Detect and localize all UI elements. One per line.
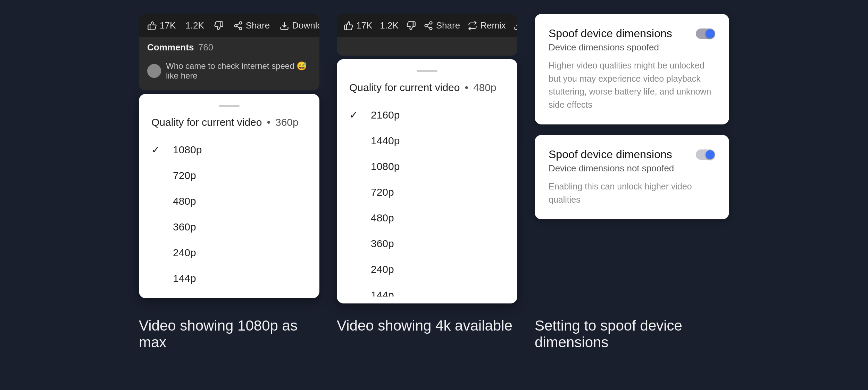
quality-label-720p: 720p bbox=[173, 170, 196, 181]
svg-point-5 bbox=[429, 22, 432, 24]
quality-label-480p: 480p bbox=[173, 195, 196, 207]
like-button[interactable]: 17K bbox=[147, 20, 176, 31]
comment-text: Who came to check internet speed 😅 like … bbox=[166, 61, 311, 81]
quality-card-2: Quality for current video • 480p ✓ 2160p… bbox=[337, 59, 517, 303]
toggle-knob-bottom bbox=[706, 150, 715, 159]
thumbs-up-icon-2 bbox=[344, 21, 353, 31]
quality-current-1: 360p bbox=[275, 116, 299, 128]
quality-dot-1: • bbox=[267, 116, 270, 128]
caption-2: Video showing 4k available bbox=[337, 317, 517, 351]
dislike-count-2: 1.2K bbox=[380, 20, 399, 31]
quality-options-1: ✓ 1080p 720p 480p 360p 240p bbox=[139, 137, 319, 291]
download-button[interactable]: Download bbox=[279, 20, 319, 31]
comments-count: 760 bbox=[198, 42, 213, 52]
quality-header-1: Quality for current video • 360p bbox=[139, 116, 319, 128]
spoof-card-top: Spoof device dimensions Device dimension… bbox=[535, 14, 729, 124]
svg-point-2 bbox=[239, 27, 242, 30]
download-button-2[interactable] bbox=[514, 21, 517, 31]
quality-option-360p[interactable]: 360p bbox=[139, 214, 319, 240]
check-icon-1: ✓ bbox=[151, 144, 162, 156]
svg-point-1 bbox=[234, 24, 237, 27]
share-button[interactable]: Share bbox=[233, 20, 270, 31]
thumbs-down-icon-2 bbox=[406, 21, 416, 31]
quality-option-480p[interactable]: 480p bbox=[139, 188, 319, 214]
spoof-description-top: Higher video qualities might be unlocked… bbox=[549, 59, 715, 111]
drag-handle-1 bbox=[219, 105, 240, 107]
remix-label: Remix bbox=[480, 20, 506, 31]
svg-line-9 bbox=[427, 23, 430, 25]
quality-options-2: ✓ 2160p 1440p 1080p 720p 480p bbox=[337, 102, 517, 296]
caption-3: Setting to spoof device dimensions bbox=[535, 317, 729, 351]
quality-option-360p-2[interactable]: 360p bbox=[337, 231, 517, 257]
avatar bbox=[147, 64, 161, 78]
quality-option-2160p[interactable]: ✓ 2160p bbox=[337, 102, 517, 128]
quality-option-144p[interactable]: 144p bbox=[139, 266, 319, 291]
quality-label-240p-2: 240p bbox=[371, 263, 394, 275]
quality-dot-2: • bbox=[465, 82, 468, 94]
download-icon-2 bbox=[514, 21, 517, 31]
like-count: 17K bbox=[160, 20, 176, 31]
quality-label-360p-2: 360p bbox=[371, 238, 394, 250]
quality-option-720p[interactable]: 720p bbox=[139, 163, 319, 188]
quality-option-144p-2[interactable]: 144p bbox=[337, 282, 517, 296]
spoof-toggle-top[interactable] bbox=[696, 29, 715, 39]
share-label-2: Share bbox=[436, 20, 460, 31]
screenshot-bg-2: 17K 1.2K Share bbox=[337, 14, 517, 56]
panel-1: 17K 1.2K Share bbox=[139, 14, 319, 298]
spoof-title-top: Spoof device dimensions bbox=[549, 27, 689, 40]
spoof-card-top-header: Spoof device dimensions Device dimension… bbox=[549, 27, 715, 59]
quality-label-1440p: 1440p bbox=[371, 135, 400, 147]
quality-label-240p: 240p bbox=[173, 247, 196, 259]
dislike-button-2[interactable] bbox=[406, 21, 416, 31]
svg-line-8 bbox=[427, 26, 430, 28]
caption-text-3: Setting to spoof device dimensions bbox=[535, 317, 682, 350]
share-button-2[interactable]: Share bbox=[424, 20, 460, 31]
svg-line-4 bbox=[237, 23, 240, 25]
quality-title-1: Quality for current video bbox=[151, 116, 262, 128]
quality-option-720p-2[interactable]: 720p bbox=[337, 179, 517, 205]
quality-label-1080p: 1080p bbox=[173, 144, 202, 156]
quality-label-144p-2: 144p bbox=[371, 289, 394, 296]
thumbs-down-icon bbox=[214, 21, 224, 31]
quality-option-1080p[interactable]: ✓ 1080p bbox=[139, 137, 319, 163]
caption-1: Video showing 1080p as max bbox=[139, 317, 319, 351]
like-count-2: 17K bbox=[356, 20, 372, 31]
quality-card-1: Quality for current video • 360p ✓ 1080p… bbox=[139, 94, 319, 298]
quality-header-2: Quality for current video • 480p bbox=[337, 82, 517, 94]
captions-row: Video showing 1080p as max Video showing… bbox=[21, 317, 847, 368]
spoof-card-bottom-header: Spoof device dimensions Device dimension… bbox=[549, 148, 715, 180]
quality-option-240p[interactable]: 240p bbox=[139, 240, 319, 266]
quality-label-360p: 360p bbox=[173, 221, 196, 233]
quality-label-2160p: 2160p bbox=[371, 109, 400, 121]
remix-button[interactable]: Remix bbox=[468, 20, 506, 31]
quality-option-480p-2[interactable]: 480p bbox=[337, 205, 517, 231]
spoof-toggle-bottom[interactable] bbox=[696, 149, 715, 160]
share-icon-2 bbox=[424, 21, 433, 31]
comment-row: Who came to check internet speed 😅 like … bbox=[139, 58, 319, 84]
svg-point-0 bbox=[239, 22, 242, 24]
download-label: Download bbox=[292, 20, 319, 31]
caption-text-2: Video showing 4k available bbox=[337, 317, 512, 334]
spoof-subtitle-bottom: Device dimensions not spoofed bbox=[549, 163, 689, 174]
quality-option-1440p[interactable]: 1440p bbox=[337, 128, 517, 154]
share-icon bbox=[233, 21, 243, 31]
svg-line-3 bbox=[237, 26, 240, 28]
quality-option-240p-2[interactable]: 240p bbox=[337, 257, 517, 282]
thumbs-up-icon bbox=[147, 21, 157, 31]
quality-title-2: Quality for current video bbox=[349, 82, 460, 94]
quality-current-2: 480p bbox=[473, 82, 496, 94]
share-label: Share bbox=[246, 20, 270, 31]
video-toolbar-1: 17K 1.2K Share bbox=[139, 14, 319, 37]
quality-label-720p-2: 720p bbox=[371, 186, 394, 198]
dislike-button[interactable] bbox=[214, 21, 224, 31]
check-icon-2160p: ✓ bbox=[349, 109, 360, 121]
quality-label-480p-2: 480p bbox=[371, 212, 394, 224]
panel-3: Spoof device dimensions Device dimension… bbox=[535, 14, 729, 219]
dislike-count: 1.2K bbox=[185, 20, 204, 31]
quality-option-1080p-2[interactable]: 1080p bbox=[337, 154, 517, 179]
spoof-card-bottom: Spoof device dimensions Device dimension… bbox=[535, 135, 729, 219]
spoof-card-bottom-left: Spoof device dimensions Device dimension… bbox=[549, 148, 689, 180]
quality-label-144p: 144p bbox=[173, 273, 196, 284]
quality-label-1080p-2: 1080p bbox=[371, 161, 400, 172]
like-button-2[interactable]: 17K bbox=[344, 20, 372, 31]
